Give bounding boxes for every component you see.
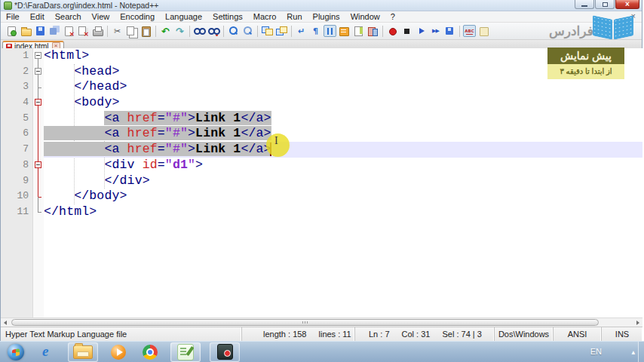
toolbar-separator	[459, 26, 460, 37]
screen: *D:\FaraDars.org\index.html - Notepad++ …	[0, 0, 644, 362]
close-button[interactable]: ×	[615, 0, 639, 9]
status-length-lines: length : 158 lines : 11	[242, 327, 355, 341]
code-text[interactable]: </html>	[44, 204, 642, 220]
ibeam-cursor: I	[274, 135, 278, 147]
paste-icon[interactable]	[140, 25, 152, 37]
maximize-button[interactable]	[595, 0, 615, 9]
spell-check-icon[interactable]: ABC	[463, 25, 476, 37]
show-desktop-button[interactable]	[638, 342, 644, 362]
line-number: 5	[1, 111, 32, 127]
scrollbar-thumb[interactable]	[11, 319, 599, 326]
close-all-icon[interactable]	[77, 25, 90, 37]
minimize-button[interactable]	[575, 0, 594, 9]
code-text[interactable]: </div>	[44, 173, 642, 189]
macro-record-icon[interactable]	[386, 25, 399, 37]
fold-mark	[38, 212, 41, 213]
undo-icon[interactable]: ↶	[159, 25, 172, 37]
title-bar[interactable]: *D:\FaraDars.org\index.html - Notepad++ …	[1, 0, 642, 11]
media-player-icon[interactable]	[107, 343, 130, 361]
menu-view[interactable]: View	[87, 11, 115, 22]
line-number: 4	[1, 95, 32, 111]
show-all-characters-icon[interactable]: ¶	[309, 25, 322, 37]
save-icon[interactable]	[34, 25, 47, 37]
menu-help[interactable]: ?	[385, 11, 400, 22]
fold-margin-cell[interactable]	[32, 64, 44, 80]
menu-settings[interactable]: Settings	[207, 11, 248, 22]
menu-file[interactable]: File	[1, 11, 25, 22]
chrome-icon[interactable]	[139, 343, 161, 361]
sync-vertical-icon[interactable]	[261, 25, 274, 37]
fold-margin-cell[interactable]	[32, 95, 44, 111]
screen-recorder-icon[interactable]	[210, 342, 240, 362]
sync-horizontal-icon[interactable]	[275, 25, 288, 37]
indent-guide-icon[interactable]	[324, 25, 336, 37]
copy-icon[interactable]	[125, 25, 138, 37]
scroll-right-arrow[interactable]	[633, 318, 642, 327]
code-text[interactable]: <a href="#">Link 1</a>	[44, 126, 642, 142]
function-list-icon[interactable]	[338, 25, 351, 37]
code-text[interactable]: </head>	[44, 79, 642, 95]
code-line: 10 </body>	[1, 189, 642, 204]
horizontal-scrollbar[interactable]	[1, 318, 642, 327]
taskbar-items	[0, 342, 644, 362]
menu-macro[interactable]: Macro	[248, 11, 282, 22]
new-file-icon[interactable]	[5, 25, 18, 37]
macro-run-multiple-icon[interactable]: ▶▶	[429, 25, 442, 37]
word-wrap-icon[interactable]: ↵	[295, 25, 308, 37]
notepad-plus-plus-taskbar-icon[interactable]	[170, 342, 201, 362]
menu-edit[interactable]: Edit	[25, 11, 50, 22]
code-text[interactable]: <body>	[44, 95, 642, 111]
chrome-icon-glyph	[143, 345, 158, 360]
code-text[interactable]: <a href="#">Link 1</a>	[44, 111, 642, 127]
macro-play-icon[interactable]	[415, 25, 428, 37]
tray-expand-icon[interactable]: ▲	[631, 349, 635, 354]
scroll-left-arrow[interactable]	[1, 318, 11, 327]
cut-icon[interactable]: ✂	[111, 25, 124, 37]
menu-search[interactable]: Search	[50, 11, 87, 22]
fold-mark	[38, 111, 38, 127]
language-indicator[interactable]: EN	[590, 347, 602, 356]
faradars-brand-text: فرادرس	[549, 23, 593, 39]
macro-stop-icon[interactable]	[400, 25, 413, 37]
line-number: 11	[1, 204, 32, 220]
menu-language[interactable]: Language	[160, 11, 207, 22]
doc-switcher-icon[interactable]	[366, 25, 379, 37]
windows-explorer-icon[interactable]	[68, 342, 98, 362]
fold-margin-cell	[32, 189, 44, 204]
doc-map-icon[interactable]	[352, 25, 365, 37]
toolbar-separator	[257, 26, 258, 37]
code-line: 4 <body>	[1, 95, 642, 111]
redo-icon[interactable]: ↷	[173, 25, 186, 37]
code-text[interactable]: </body>	[44, 189, 642, 204]
menu-run[interactable]: Run	[281, 11, 307, 22]
code-area[interactable]: 1<html>2 <head>3 </head>4 <body>5 <a hre…	[1, 48, 642, 220]
print-icon[interactable]	[91, 25, 104, 37]
start-button[interactable]	[5, 343, 27, 361]
code-line: 11</html>	[1, 204, 642, 220]
status-line: Ln : 7	[369, 330, 390, 339]
code-text[interactable]: <a href="#">Link 1</a>	[44, 142, 642, 158]
open-file-icon[interactable]	[20, 25, 32, 37]
macro-save-icon[interactable]	[443, 25, 456, 37]
line-number: 1	[1, 48, 32, 64]
code-text[interactable]: <div id="d1">	[44, 158, 642, 173]
editor[interactable]: 1<html>2 <head>3 </head>4 <body>5 <a hre…	[1, 48, 642, 318]
close-file-icon[interactable]	[63, 25, 75, 37]
window-title: *D:\FaraDars.org\index.html - Notepad++	[14, 1, 158, 10]
zoom-in-icon[interactable]	[227, 25, 240, 37]
fold-margin-cell[interactable]	[32, 158, 44, 173]
document-panel-icon[interactable]	[477, 25, 490, 37]
preview-badge: پیش نمایش	[547, 48, 624, 64]
zoom-out-icon[interactable]	[241, 25, 254, 37]
internet-explorer-icon[interactable]	[36, 343, 59, 361]
save-all-icon[interactable]	[48, 25, 61, 37]
menu-encoding[interactable]: Encoding	[115, 11, 160, 22]
code-line: 2 <head>	[1, 64, 642, 80]
code-line: 3 </head>	[1, 79, 642, 95]
replace-icon[interactable]	[207, 25, 220, 37]
fold-margin-cell[interactable]	[32, 48, 44, 64]
menu-window[interactable]: Window	[345, 11, 385, 22]
menu-plugins[interactable]: Plugins	[308, 11, 345, 22]
scrollbar-track[interactable]	[11, 318, 633, 327]
find-icon[interactable]	[193, 25, 206, 37]
